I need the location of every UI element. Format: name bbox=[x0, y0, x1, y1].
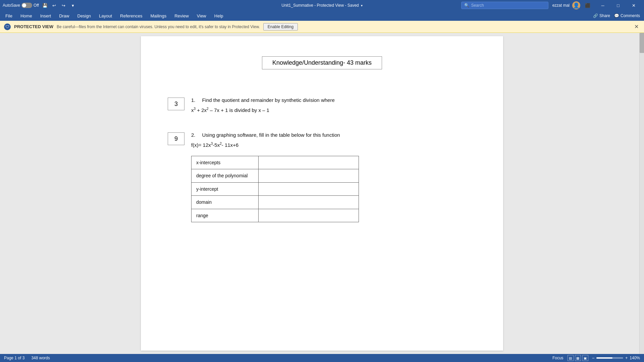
menu-home[interactable]: Home bbox=[16, 12, 36, 20]
zoom-out-icon[interactable]: – bbox=[592, 356, 595, 360]
question-1-marks: 3 bbox=[168, 98, 184, 110]
document-page: Knowledge/Understanding- 43 marks 3 1. F… bbox=[141, 36, 503, 351]
table-row: domain bbox=[192, 196, 359, 209]
close-button[interactable]: ✕ bbox=[626, 0, 641, 11]
menu-draw[interactable]: Draw bbox=[55, 12, 73, 20]
share-icon: 🔗 bbox=[593, 13, 598, 18]
ribbon-right: 🔗 Share 💬 Comments bbox=[593, 13, 643, 18]
question-2-first-line: 2. Using graphing software, fill in the … bbox=[191, 131, 476, 139]
zoom-fill bbox=[596, 357, 612, 359]
question-1-expression: x3 + 2x2 – 7x + 1 is divided by x – 1 bbox=[191, 106, 476, 114]
maximize-button[interactable]: □ bbox=[610, 0, 626, 11]
zoom-in-icon[interactable]: + bbox=[625, 356, 628, 360]
table-cell-label: range bbox=[192, 209, 259, 222]
window-controls: ─ □ ✕ bbox=[595, 0, 641, 11]
user-area: ezzat mal 👤 bbox=[552, 1, 580, 9]
menu-file[interactable]: File bbox=[1, 12, 16, 20]
menu-view[interactable]: View bbox=[193, 12, 210, 20]
autosave-area: AutoSave Off bbox=[3, 3, 39, 8]
question-2-number: 2. bbox=[191, 131, 196, 139]
redo-icon[interactable]: ↪ bbox=[60, 2, 67, 9]
shield-icon: 🛡 bbox=[4, 23, 11, 30]
menu-review[interactable]: Review bbox=[170, 12, 193, 20]
view-buttons: ▤ ▦ ▣ bbox=[568, 355, 588, 361]
table-row: degree of the polynomial bbox=[192, 169, 359, 182]
table-cell-value bbox=[258, 209, 359, 222]
menu-references[interactable]: References bbox=[116, 12, 146, 20]
titlebar-left: AutoSave Off 💾 ↩ ↪ ▾ bbox=[3, 2, 76, 9]
menu-design[interactable]: Design bbox=[73, 12, 95, 20]
search-bar[interactable]: 🔍 bbox=[461, 2, 548, 9]
left-margin bbox=[0, 33, 60, 354]
question-2-table: x-intercepts degree of the polynomial y-… bbox=[191, 156, 359, 222]
zoom-area: – + 140% bbox=[592, 356, 640, 360]
question-2-content: 2. Using graphing software, fill in the … bbox=[191, 131, 476, 222]
menu-layout[interactable]: Layout bbox=[95, 12, 116, 20]
enable-editing-button[interactable]: Enable Editing bbox=[263, 23, 298, 31]
zoom-bar[interactable] bbox=[596, 357, 623, 359]
share-button[interactable]: 🔗 Share bbox=[593, 13, 610, 18]
table-cell-label: domain bbox=[192, 196, 259, 209]
save-icon[interactable]: 💾 bbox=[42, 2, 48, 9]
autosave-toggle[interactable] bbox=[21, 3, 32, 8]
table-cell-label: x-intercepts bbox=[192, 156, 259, 169]
menubar: File Home Insert Draw Design Layout Refe… bbox=[0, 11, 644, 21]
zoom-level: 140% bbox=[630, 356, 640, 360]
table-cell-value bbox=[258, 196, 359, 209]
statusbar: Page 1 of 3 348 words Focus ▤ ▦ ▣ – + 14… bbox=[0, 354, 644, 362]
scroll-track[interactable] bbox=[639, 33, 644, 354]
table-cell-value bbox=[258, 169, 359, 182]
close-bar-button[interactable]: ✕ bbox=[633, 23, 640, 30]
comments-button[interactable]: 💬 Comments bbox=[614, 13, 640, 18]
document-scroll-area[interactable]: Knowledge/Understanding- 43 marks 3 1. F… bbox=[60, 33, 584, 354]
question-2-block: 9 2. Using graphing software, fill in th… bbox=[168, 131, 476, 222]
ribbon-display-icon[interactable]: ⬛ bbox=[584, 2, 591, 9]
search-icon: 🔍 bbox=[464, 3, 469, 8]
web-layout-btn[interactable]: ▦ bbox=[575, 355, 581, 361]
print-layout-btn[interactable]: ▤ bbox=[568, 355, 574, 361]
table-row: y-intercept bbox=[192, 182, 359, 195]
word-count: 348 words bbox=[31, 356, 50, 360]
page-info: Page 1 of 3 bbox=[4, 356, 24, 360]
table-cell-label: degree of the polynomial bbox=[192, 169, 259, 182]
autosave-label: AutoSave bbox=[3, 3, 20, 8]
scroll-thumb[interactable] bbox=[640, 33, 644, 53]
question-2-text: Using graphing software, fill in the tab… bbox=[202, 131, 340, 139]
question-2-expression: f(x)= 12x3-5x2- 11x+6 bbox=[191, 141, 476, 149]
menu-insert[interactable]: Insert bbox=[36, 12, 55, 20]
undo-icon[interactable]: ↩ bbox=[51, 2, 58, 9]
search-input[interactable] bbox=[471, 3, 545, 8]
question-2-marks: 9 bbox=[168, 132, 184, 145]
table-row: range bbox=[192, 209, 359, 222]
protected-message: Be careful—files from the Internet can c… bbox=[57, 24, 260, 29]
autosave-state: Off bbox=[34, 3, 39, 8]
table-cell-value bbox=[258, 182, 359, 195]
titlebar: AutoSave Off 💾 ↩ ↪ ▾ Unit1_Summative - P… bbox=[0, 0, 644, 11]
question-1-number: 1. bbox=[191, 96, 196, 104]
menu-mailings[interactable]: Mailings bbox=[147, 12, 171, 20]
question-1-first-line: 1. Find the quotient and remainder by sy… bbox=[191, 96, 476, 104]
user-avatar[interactable]: 👤 bbox=[572, 1, 580, 9]
more-icon[interactable]: ▾ bbox=[70, 2, 76, 9]
question-1-content: 1. Find the quotient and remainder by sy… bbox=[191, 96, 476, 114]
table-cell-value bbox=[258, 156, 359, 169]
table-row: x-intercepts bbox=[192, 156, 359, 169]
section-title: Knowledge/Understanding- 43 marks bbox=[262, 56, 382, 69]
table-cell-label: y-intercept bbox=[192, 182, 259, 195]
document-title: Unit1_Summative - Protected View - Saved… bbox=[281, 3, 363, 8]
menu-help[interactable]: Help bbox=[210, 12, 227, 20]
username: ezzat mal bbox=[552, 3, 570, 8]
statusbar-right: Focus ▤ ▦ ▣ – + 140% bbox=[552, 355, 640, 361]
protected-label: PROTECTED VIEW bbox=[14, 24, 53, 29]
protected-view-bar: 🛡 PROTECTED VIEW Be careful—files from t… bbox=[0, 21, 644, 33]
right-margin bbox=[584, 33, 644, 354]
question-1-block: 3 1. Find the quotient and remainder by … bbox=[168, 96, 476, 114]
focus-mode[interactable]: Focus bbox=[552, 356, 564, 360]
minimize-button[interactable]: ─ bbox=[595, 0, 610, 11]
title-dropdown-icon[interactable]: ▾ bbox=[361, 4, 363, 7]
read-mode-btn[interactable]: ▣ bbox=[582, 355, 588, 361]
comments-icon: 💬 bbox=[614, 13, 619, 18]
main-area: Knowledge/Understanding- 43 marks 3 1. F… bbox=[0, 33, 644, 354]
question-1-text: Find the quotient and remainder by synth… bbox=[202, 96, 335, 104]
